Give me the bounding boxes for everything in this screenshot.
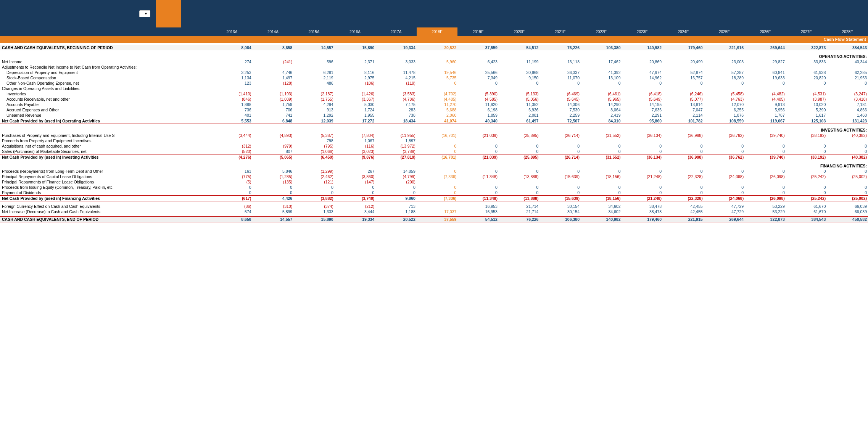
table-cell: 0 <box>417 143 458 149</box>
table-cell: 269,644 <box>745 45 786 50</box>
table-cell: 0 <box>539 80 581 86</box>
table-cell: (846) <box>211 96 253 102</box>
table-cell: 0 <box>375 185 417 190</box>
table-cell: 2,259 <box>539 113 581 118</box>
row-label: Accounts Payable <box>0 102 211 107</box>
table-cell: 2,371 <box>335 59 376 64</box>
table-cell: 66,039 <box>827 209 868 214</box>
table-cell: 0 <box>293 190 335 196</box>
col-header-2023: 2023E <box>622 27 663 36</box>
year-2018-highlight <box>156 0 181 27</box>
col-header-2021: 2021E <box>539 27 581 36</box>
table-row: FINANCING ACTIVITIES: <box>0 162 868 169</box>
table-cell: (4,702) <box>417 91 458 96</box>
table-cell: (6,246) <box>663 91 704 96</box>
table-cell: 18,289 <box>704 75 745 80</box>
table-cell: (4,531) <box>786 91 827 96</box>
table-cell: (3,987) <box>786 96 827 102</box>
table-cell: 0 <box>827 185 868 190</box>
table-row: Principal Repayments of Finance Lease Ob… <box>0 179 868 185</box>
table-cell <box>457 138 499 143</box>
table-cell: 7,636 <box>622 107 663 113</box>
table-cell: 72,507 <box>539 118 581 124</box>
table-row: Payment of Dividends0000000000000000 <box>0 190 868 196</box>
table-cell <box>786 179 827 185</box>
table-cell: (4,482) <box>745 91 786 96</box>
table-cell <box>335 86 376 91</box>
table-row: Net Cash Provided by (used in) Investing… <box>0 154 868 160</box>
table-cell: (312) <box>211 143 253 149</box>
table-cell: 54,512 <box>457 217 499 222</box>
table-cell: 14,859 <box>375 169 417 174</box>
table-cell: (1,299) <box>293 169 335 174</box>
table-cell <box>499 86 540 91</box>
table-cell: (6,418) <box>622 91 663 96</box>
table-row: Proceeds from Issuing Equity (Common, Tr… <box>0 185 868 190</box>
table-cell <box>375 86 417 91</box>
table-cell: 11,920 <box>457 102 499 107</box>
table-cell: 0 <box>786 169 827 174</box>
table-cell: 0 <box>499 80 540 86</box>
table-cell: (86) <box>211 204 253 209</box>
table-cell: 12,070 <box>704 102 745 107</box>
table-cell: 486 <box>293 80 335 86</box>
table-cell: 4,746 <box>253 70 294 75</box>
table-cell: 1,067 <box>335 138 376 143</box>
table-cell: 42,455 <box>663 204 704 209</box>
row-label: Net Cash Provided by (used in) Operating… <box>0 118 211 124</box>
row-label: Proceeds (Repayments) from Long-Term Deb… <box>0 169 211 174</box>
table-cell: 20,499 <box>663 59 704 64</box>
table-cell <box>417 179 458 185</box>
table-cell: 322,873 <box>745 217 786 222</box>
table-cell: (116) <box>335 143 376 149</box>
table-row: Changes in Operating Assets and Liabilit… <box>0 86 868 91</box>
table-cell: (3,740) <box>335 196 376 201</box>
table-cell: 0 <box>786 143 827 149</box>
table-cell: 0 <box>745 185 786 190</box>
row-label: CASH AND CASH EQUIVALENTS, BEGINNING OF … <box>0 45 211 50</box>
row-label: Accrued Expenses and Other <box>0 107 211 113</box>
table-cell: 8,658 <box>211 217 253 222</box>
table-cell: (135) <box>253 179 294 185</box>
table-cell: 0 <box>786 149 827 154</box>
table-cell: 7,181 <box>827 102 868 107</box>
table-cell: 5,956 <box>745 107 786 113</box>
table-cell: 274 <box>211 59 253 64</box>
table-cell: (21,039) <box>457 133 499 138</box>
table-cell: 23,003 <box>704 59 745 64</box>
table-cell <box>827 86 868 91</box>
table-cell: 179,460 <box>663 45 704 50</box>
consensus-dropdown[interactable]: ▼ <box>139 10 150 17</box>
table-cell: (1,193) <box>253 91 294 96</box>
table-cell: (16,701) <box>417 133 458 138</box>
table-cell: 1,497 <box>253 75 294 80</box>
table-cell <box>417 138 458 143</box>
table-cell: (13,888) <box>499 196 540 201</box>
table-cell: 11,478 <box>375 70 417 75</box>
table-cell: (13,972) <box>375 143 417 149</box>
table-cell: (31,552) <box>581 133 622 138</box>
table-cell: 0 <box>786 185 827 190</box>
table-row: Net Cash Provided by (used in) Financing… <box>0 196 868 201</box>
table-cell: 0 <box>745 190 786 196</box>
table-cell <box>457 179 499 185</box>
table-cell <box>499 179 540 185</box>
table-cell <box>745 64 786 70</box>
table-cell: 20,820 <box>786 75 827 80</box>
section-header-cell: OPERATING ACTIVITIES: <box>0 53 868 59</box>
row-label: Net Cash Provided by (used in) Investing… <box>0 154 211 160</box>
table-cell: 38,478 <box>622 204 663 209</box>
row-label: Depreciation of Property and Equipment <box>0 70 211 75</box>
table-cell <box>211 64 253 70</box>
table-cell: 0 <box>622 80 663 86</box>
row-label: Accounts Receivable, net and other <box>0 96 211 102</box>
table-cell: (4,276) <box>211 154 253 160</box>
table-cell: (15,639) <box>539 174 581 179</box>
table-cell: 221,915 <box>704 45 745 50</box>
table-cell: 221,915 <box>663 217 704 222</box>
col-header-2014: 2014A <box>253 27 294 36</box>
table-cell: 38,478 <box>622 209 663 214</box>
table-cell: 6,281 <box>293 70 335 75</box>
table-cell: (2,187) <box>293 91 335 96</box>
table-cell: (26,714) <box>539 133 581 138</box>
